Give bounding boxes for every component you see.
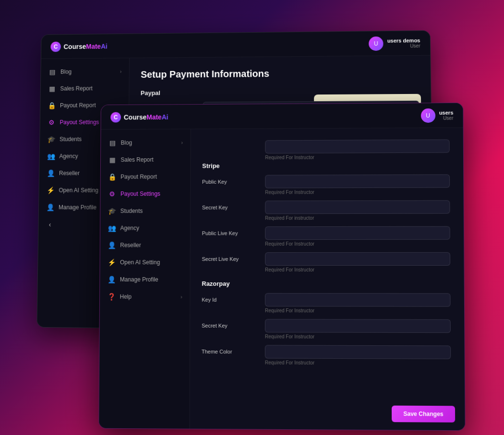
front-stripe-public-live-input[interactable]: [265, 226, 450, 239]
front-content-scroll: Required For Instructor Stripe Public Ke…: [202, 139, 453, 398]
back-logo: C CourseMateAi: [50, 41, 107, 51]
front-sidebar-item-agency[interactable]: 👥 Agency: [100, 219, 190, 236]
front-stripe-public-hint: Required For Instructor: [265, 189, 450, 195]
front-razorpay-secret-field: Required For Instructor: [265, 319, 451, 340]
back-sidebar-label-agency: Agency: [59, 153, 78, 159]
back-paypal-title: Paypal: [141, 87, 419, 96]
front-sidebar-label-help: Help: [120, 293, 132, 300]
front-razorpay-secret-input[interactable]: [265, 319, 451, 333]
back-user-avatar: U: [369, 36, 384, 50]
front-sales-icon: ▦: [108, 156, 116, 164]
front-stripe-secret-input[interactable]: [265, 200, 450, 214]
front-sidebar-item-profile[interactable]: 👤 Manage Profile: [100, 270, 190, 288]
front-stripe-public-row: Public Key Required For Instructor: [202, 174, 450, 195]
front-razorpay-theme-row: Theme Color Required For Instructor: [202, 344, 451, 365]
front-layout: ▤ Blog › ▦ Sales Report 🔒 Payout Report …: [99, 128, 465, 430]
front-sidebar-item-sales[interactable]: ▦ Sales Report: [101, 151, 191, 168]
back-header: C CourseMateAi U users demos User: [41, 31, 430, 59]
front-stripe-secret-live-field: Required For Instructor: [265, 252, 450, 272]
front-blog-icon: ▤: [108, 139, 116, 146]
front-sidebar-item-openai[interactable]: ⚡ Open AI Setting: [100, 254, 190, 271]
front-settings-icon: ⚙: [108, 190, 116, 198]
front-user-avatar: U: [421, 108, 435, 122]
back-profile-icon: 👤: [47, 203, 54, 211]
front-stripe-secret-hint: Required For instructor: [265, 215, 450, 221]
front-user-name: users: [439, 109, 454, 115]
back-sidebar-item-sales[interactable]: ▦ Sales Report: [41, 80, 129, 97]
front-profile-icon: 👤: [108, 275, 115, 283]
front-razorpay-keyid-hint: Required For Instructor: [265, 308, 451, 314]
front-sidebar-item-reseller[interactable]: 👤 Reseller: [100, 236, 190, 254]
front-sidebar-item-students[interactable]: 🎓 Students: [100, 202, 190, 219]
back-logo-icon: C: [50, 41, 61, 51]
front-agency-icon: 👥: [108, 224, 116, 232]
front-top-field-input[interactable]: [265, 139, 450, 153]
back-logo-text: CourseMateAi: [63, 42, 107, 50]
front-razorpay-section: Razorpay Key Id Required For Instructor …: [202, 280, 451, 365]
front-sidebar-label-reseller: Reseller: [120, 242, 141, 248]
front-top-hint: Required For Instructor: [265, 154, 450, 160]
front-razorpay-title: Razorpay: [202, 280, 450, 287]
front-window: C CourseMateAi U users User ▤ Blog ›: [98, 102, 465, 430]
front-stripe-secret-live-input[interactable]: [265, 252, 450, 265]
front-header: C CourseMateAi U users User: [101, 103, 463, 129]
front-stripe-public-label: Public Key: [202, 175, 259, 184]
front-help-icon: ❓: [108, 293, 115, 300]
front-razorpay-theme-input[interactable]: [265, 345, 451, 359]
front-top-field-row: Required For Instructor: [202, 139, 450, 160]
front-sidebar-label-payout: Payout Report: [120, 173, 157, 180]
front-sidebar-label-settings: Payout Settings: [120, 190, 160, 197]
back-blog-icon: ▤: [48, 68, 56, 76]
front-save-button[interactable]: Save Changes: [392, 405, 455, 422]
front-stripe-public-input[interactable]: [265, 174, 450, 188]
front-sidebar-label-agency: Agency: [120, 224, 139, 231]
front-stripe-secret-field: Required For instructor: [265, 200, 450, 221]
front-stripe-secret-live-hint: Required For Instructor: [265, 267, 450, 272]
back-sidebar-label-openai: Open AI Setting: [59, 187, 98, 193]
back-sidebar-label-settings: Payout Settings: [60, 118, 99, 125]
front-razorpay-keyid-field: Required For Instructor: [265, 293, 451, 314]
back-sidebar-label-reseller: Reseller: [59, 170, 80, 176]
front-sidebar-label-openai: Open AI Setting: [120, 259, 160, 266]
front-razorpay-theme-field: Required For Instructor: [265, 345, 451, 366]
front-stripe-secret-label: Secret Key: [202, 200, 259, 210]
front-reseller-icon: 👤: [108, 241, 116, 249]
front-razorpay-secret-label: Secret Key: [202, 318, 259, 328]
front-razorpay-keyid-input[interactable]: [265, 293, 451, 307]
back-agency-icon: 👥: [47, 152, 55, 160]
back-sidebar-label-sales: Sales Report: [60, 85, 92, 92]
front-stripe-secret-row: Secret Key Required For instructor: [202, 200, 450, 221]
front-sidebar-label-blog: Blog: [121, 139, 132, 146]
front-sidebar-item-payout[interactable]: 🔒 Payout Report: [101, 168, 191, 185]
back-openai-icon: ⚡: [47, 186, 54, 194]
front-stripe-public-live-label: Public Live Key: [202, 226, 259, 236]
back-settings-icon: ⚙: [48, 118, 55, 126]
front-students-icon: 🎓: [108, 207, 116, 215]
front-stripe-public-live-field: Required For Instructor: [265, 226, 450, 246]
front-stripe-title: Stripe: [202, 161, 450, 169]
back-sidebar-label-students: Students: [60, 136, 82, 142]
back-user-role: User: [387, 43, 420, 49]
front-user-role: User: [439, 115, 454, 120]
front-sidebar-label-sales: Sales Report: [120, 156, 153, 163]
back-sidebar-label-payout: Payout Report: [60, 102, 96, 108]
front-razorpay-theme-hint: Required For Instructor: [265, 360, 451, 365]
front-help-arrow: ›: [180, 294, 182, 299]
front-stripe-secret-live-row: Secret Live Key Required For Instructor: [202, 252, 450, 272]
back-reseller-icon: 👤: [47, 169, 55, 177]
back-sidebar-label-profile: Manage Profile: [59, 204, 96, 211]
front-user-details: users User: [439, 109, 454, 120]
back-sidebar-item-blog[interactable]: ▤ Blog ›: [41, 63, 129, 80]
front-sidebar-item-help[interactable]: ❓ Help ›: [100, 288, 190, 305]
front-top-field: Required For Instructor: [265, 139, 450, 160]
front-top-field-label: [202, 140, 259, 144]
front-sidebar-item-blog[interactable]: ▤ Blog ›: [101, 134, 190, 151]
front-sidebar-item-settings[interactable]: ⚙ Payout Settings: [100, 185, 190, 202]
back-blog-arrow: ›: [120, 69, 121, 74]
front-razorpay-keyid-label: Key Id: [202, 293, 259, 302]
front-sidebar: ▤ Blog › ▦ Sales Report 🔒 Payout Report …: [99, 129, 191, 428]
front-stripe-public-live-hint: Required For Instructor: [265, 241, 450, 246]
back-students-icon: 🎓: [48, 135, 55, 143]
front-stripe-public-field: Required For Instructor: [265, 174, 450, 195]
front-main-content: Required For Instructor Stripe Public Ke…: [190, 128, 465, 430]
